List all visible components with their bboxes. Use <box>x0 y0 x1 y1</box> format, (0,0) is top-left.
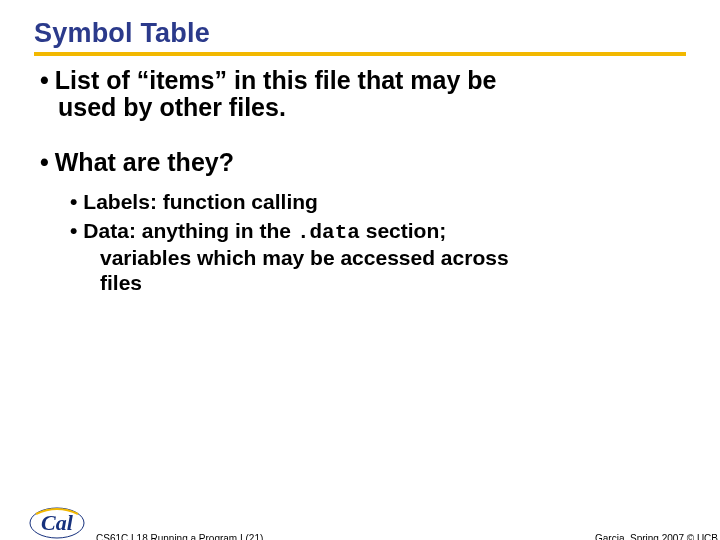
slide-body: •List of “items” in this file that may b… <box>40 66 680 295</box>
sub-bullets: •Labels: function calling •Data: anythin… <box>70 190 680 295</box>
bullet-text-cont: used by other files. <box>40 93 680 122</box>
footer-left-text: CS61C L18 Running a Program I (21) <box>96 533 263 540</box>
cal-logo: Cal <box>28 502 86 540</box>
footer: Cal CS61C L18 Running a Program I (21) G… <box>0 502 720 540</box>
bullet-icon: • <box>40 66 49 94</box>
bullet-text-cont: files <box>70 271 680 296</box>
title-block: Symbol Table <box>34 18 686 56</box>
bullet-text: What are they? <box>55 148 234 176</box>
bullet-text: List of “items” in this file that may be <box>55 66 497 94</box>
title-underline <box>34 52 686 56</box>
code-text: .data <box>297 221 360 244</box>
bullet-level2: •Labels: function calling <box>70 190 680 215</box>
slide: Symbol Table •List of “items” in this fi… <box>0 18 720 540</box>
bullet-level1: •List of “items” in this file that may b… <box>40 66 680 122</box>
bullet-icon: • <box>70 190 77 213</box>
footer-right-text: Garcia, Spring 2007 © UCB <box>595 533 718 540</box>
svg-text:Cal: Cal <box>41 510 74 535</box>
slide-title: Symbol Table <box>34 18 686 49</box>
bullet-text: Labels: function calling <box>83 190 318 213</box>
bullet-level1: •What are they? <box>40 148 680 177</box>
bullet-text-cont: variables which may be accessed across <box>70 246 680 271</box>
bullet-icon: • <box>40 148 49 176</box>
bullet-text-part: section; <box>360 219 446 242</box>
bullet-icon: • <box>70 219 77 242</box>
bullet-text-part: Data: anything in the <box>83 219 297 242</box>
bullet-level2: •Data: anything in the .data section; va… <box>70 219 680 295</box>
